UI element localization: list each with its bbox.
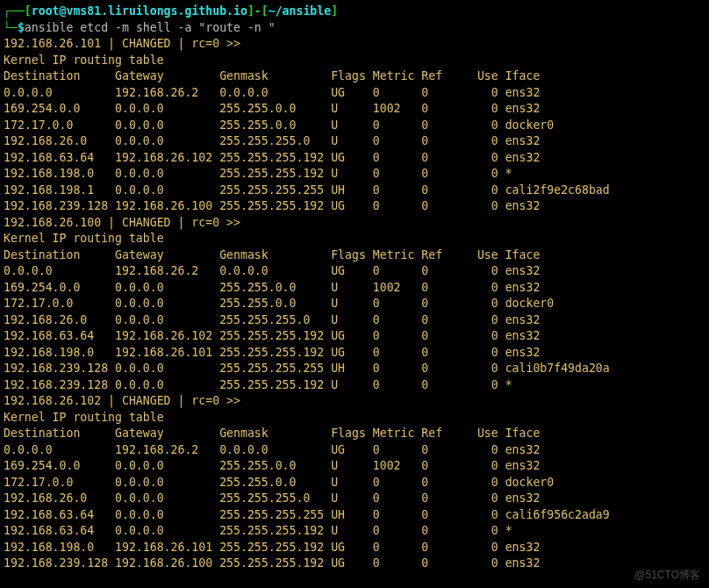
terminal-line: 192.168.26.0 0.0.0.0 255.255.255.0 U 0 0… <box>4 133 709 150</box>
prompt-open: ┌──[ <box>4 4 32 18</box>
routing-table-title: Kernel IP routing table <box>4 232 164 245</box>
routing-row: 192.168.63.64 192.168.26.102 255.255.255… <box>4 151 540 164</box>
terminal-line: 192.168.239.128 192.168.26.100 255.255.2… <box>4 198 709 215</box>
routing-table-title: Kernel IP routing table <box>4 411 164 424</box>
terminal-line: 192.168.63.64 192.168.26.102 255.255.255… <box>4 328 709 345</box>
terminal-line: Kernel IP routing table <box>4 410 709 427</box>
host-status-line: 192.168.26.101 | CHANGED | rc=0 >> <box>4 37 240 50</box>
routing-row: 172.17.0.0 0.0.0.0 255.255.0.0 U 0 0 0 d… <box>4 297 554 310</box>
routing-row: 192.168.63.64 0.0.0.0 255.255.255.255 UH… <box>4 508 610 521</box>
routing-row: 172.17.0.0 0.0.0.0 255.255.0.0 U 0 0 0 d… <box>4 118 554 132</box>
terminal-line: 169.254.0.0 0.0.0.0 255.255.0.0 U 1002 0… <box>4 101 709 118</box>
terminal-line: └─$ansible etcd -m shell -a "route -n " <box>4 20 709 37</box>
terminal-line: 169.254.0.0 0.0.0.0 255.255.0.0 U 1002 0… <box>4 458 709 475</box>
prompt-cwd: ~/ansible <box>269 4 331 18</box>
terminal-line: 192.168.26.100 | CHANGED | rc=0 >> <box>4 215 709 232</box>
terminal-line: 192.168.63.64 192.168.26.102 255.255.255… <box>4 150 709 167</box>
prompt-indent: └─ <box>4 21 18 34</box>
routing-row: 192.168.63.64 0.0.0.0 255.255.255.192 U … <box>4 524 512 537</box>
terminal-line: Destination Gateway Genmask Flags Metric… <box>4 68 709 85</box>
routing-row: 169.254.0.0 0.0.0.0 255.255.0.0 U 1002 0… <box>4 459 540 472</box>
routing-header: Destination Gateway Genmask Flags Metric… <box>4 69 540 82</box>
host-status-line: 192.168.26.100 | CHANGED | rc=0 >> <box>4 216 240 229</box>
terminal-line: 172.17.0.0 0.0.0.0 255.255.0.0 U 0 0 0 d… <box>4 296 709 312</box>
routing-row: 192.168.26.0 0.0.0.0 255.255.255.0 U 0 0… <box>4 491 540 505</box>
routing-table-title: Kernel IP routing table <box>4 54 164 67</box>
routing-row: 192.168.239.128 192.168.26.100 255.255.2… <box>4 556 540 570</box>
terminal-line: 172.17.0.0 0.0.0.0 255.255.0.0 U 0 0 0 d… <box>4 118 709 134</box>
terminal-line: 192.168.63.64 0.0.0.0 255.255.255.192 U … <box>4 523 709 540</box>
terminal-line: 192.168.26.102 | CHANGED | rc=0 >> <box>4 393 709 410</box>
routing-row: 192.168.198.1 0.0.0.0 255.255.255.255 UH… <box>4 183 610 197</box>
routing-row: 192.168.26.0 0.0.0.0 255.255.255.0 U 0 0… <box>4 134 540 147</box>
terminal-line: 192.168.239.128 0.0.0.0 255.255.255.255 … <box>4 361 709 377</box>
routing-row: 192.168.239.128 0.0.0.0 255.255.255.255 … <box>4 362 610 375</box>
terminal-line: 192.168.26.101 | CHANGED | rc=0 >> <box>4 36 709 53</box>
terminal-line: Kernel IP routing table <box>4 231 709 247</box>
routing-row: 192.168.63.64 192.168.26.102 255.255.255… <box>4 329 540 342</box>
terminal-line: 192.168.198.0 192.168.26.101 255.255.255… <box>4 540 709 556</box>
prompt-sep: ]-[ <box>247 4 269 18</box>
command-input[interactable]: ansible etcd -m shell -a "route -n " <box>25 21 276 34</box>
terminal-line: 192.168.63.64 0.0.0.0 255.255.255.255 UH… <box>4 507 709 524</box>
terminal-line: ┌──[root@vms81.liruilongs.github.io]-[~/… <box>4 4 709 20</box>
routing-row: 192.168.26.0 0.0.0.0 255.255.255.0 U 0 0… <box>4 313 540 326</box>
terminal-output[interactable]: ┌──[root@vms81.liruilongs.github.io]-[~/… <box>0 0 709 572</box>
host-status-line: 192.168.26.102 | CHANGED | rc=0 >> <box>4 394 240 407</box>
terminal-line: 172.17.0.0 0.0.0.0 255.255.0.0 U 0 0 0 d… <box>4 475 709 491</box>
routing-row: 169.254.0.0 0.0.0.0 255.255.0.0 U 1002 0… <box>4 281 540 294</box>
terminal-line: Destination Gateway Genmask Flags Metric… <box>4 426 709 442</box>
terminal-line: Destination Gateway Genmask Flags Metric… <box>4 247 709 264</box>
routing-row: 0.0.0.0 192.168.26.2 0.0.0.0 UG 0 0 0 en… <box>4 86 540 99</box>
prompt-close: ] <box>331 4 338 18</box>
terminal-line: 169.254.0.0 0.0.0.0 255.255.0.0 U 1002 0… <box>4 280 709 297</box>
terminal-line: 192.168.198.1 0.0.0.0 255.255.255.255 UH… <box>4 183 709 199</box>
routing-row: 192.168.198.0 192.168.26.101 255.255.255… <box>4 541 540 554</box>
routing-row: 192.168.239.128 192.168.26.100 255.255.2… <box>4 199 540 212</box>
routing-row: 192.168.239.128 0.0.0.0 255.255.255.192 … <box>4 378 512 391</box>
prompt-user-host: root@vms81.liruilongs.github.io <box>32 4 247 18</box>
terminal-line: 192.168.26.0 0.0.0.0 255.255.255.0 U 0 0… <box>4 312 709 329</box>
terminal-line: 192.168.26.0 0.0.0.0 255.255.255.0 U 0 0… <box>4 491 709 507</box>
terminal-line: 0.0.0.0 192.168.26.2 0.0.0.0 UG 0 0 0 en… <box>4 263 709 280</box>
routing-header: Destination Gateway Genmask Flags Metric… <box>4 427 540 440</box>
routing-row: 192.168.198.0 192.168.26.101 255.255.255… <box>4 346 540 359</box>
terminal-line: 192.168.198.0 0.0.0.0 255.255.255.192 U … <box>4 166 709 183</box>
terminal-line: 192.168.239.128 192.168.26.100 255.255.2… <box>4 556 709 572</box>
prompt-dollar: $ <box>18 21 25 34</box>
routing-row: 192.168.198.0 0.0.0.0 255.255.255.192 U … <box>4 167 512 180</box>
routing-row: 0.0.0.0 192.168.26.2 0.0.0.0 UG 0 0 0 en… <box>4 264 540 277</box>
routing-header: Destination Gateway Genmask Flags Metric… <box>4 248 540 262</box>
routing-row: 0.0.0.0 192.168.26.2 0.0.0.0 UG 0 0 0 en… <box>4 443 540 456</box>
terminal-line: 192.168.239.128 0.0.0.0 255.255.255.192 … <box>4 377 709 394</box>
terminal-line: 0.0.0.0 192.168.26.2 0.0.0.0 UG 0 0 0 en… <box>4 442 709 459</box>
routing-row: 169.254.0.0 0.0.0.0 255.255.0.0 U 1002 0… <box>4 102 540 115</box>
routing-row: 172.17.0.0 0.0.0.0 255.255.0.0 U 0 0 0 d… <box>4 476 554 489</box>
terminal-line: Kernel IP routing table <box>4 53 709 69</box>
terminal-line: 192.168.198.0 192.168.26.101 255.255.255… <box>4 345 709 362</box>
terminal-line: 0.0.0.0 192.168.26.2 0.0.0.0 UG 0 0 0 en… <box>4 85 709 102</box>
